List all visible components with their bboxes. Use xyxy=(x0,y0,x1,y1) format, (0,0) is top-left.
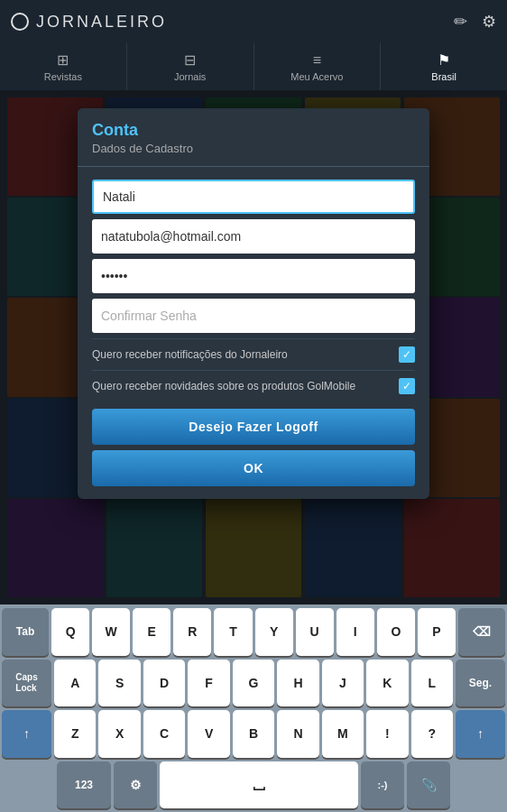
attach-key[interactable]: 📎 xyxy=(407,761,450,809)
j-key[interactable]: J xyxy=(322,660,364,707)
s-key[interactable]: S xyxy=(98,660,140,707)
revistas-label: Revistas xyxy=(44,71,82,82)
ok-button[interactable]: OK xyxy=(92,450,415,486)
w-key[interactable]: W xyxy=(92,608,130,656)
tab-brasil[interactable]: ⚑ Brasil xyxy=(381,43,507,90)
left-shift-key[interactable]: ↑ xyxy=(2,710,51,758)
logoff-button[interactable]: Desejo Fazer Logoff xyxy=(92,409,415,445)
dialog-subtitle: Dados de Cadastro xyxy=(92,142,415,155)
dialog-overlay: Conta Dados de Cadastro Quero receber no… xyxy=(0,90,507,604)
c-key[interactable]: C xyxy=(143,710,185,758)
right-shift-key[interactable]: ↑ xyxy=(456,710,505,758)
news-label: Quero receber novidades sobre os produto… xyxy=(92,380,399,392)
meu-acervo-icon: ≡ xyxy=(313,52,321,69)
space-key[interactable]: ⎵ xyxy=(160,761,358,809)
dialog-title-bar: Conta Dados de Cadastro xyxy=(78,108,429,161)
tab-jornais[interactable]: ⊟ Jornais xyxy=(127,43,254,90)
question-key[interactable]: ? xyxy=(411,710,453,758)
z-key[interactable]: Z xyxy=(54,710,96,758)
brasil-label: Brasil xyxy=(431,71,456,82)
main-content: Conta Dados de Cadastro Quero receber no… xyxy=(0,90,507,604)
account-dialog: Conta Dados de Cadastro Quero receber no… xyxy=(78,108,429,499)
brasil-icon: ⚑ xyxy=(438,51,450,69)
n-key[interactable]: N xyxy=(277,710,318,758)
y-key[interactable]: Y xyxy=(255,608,293,656)
numbers-key[interactable]: 123 xyxy=(57,761,111,809)
caps-lock-key[interactable]: CapsLock xyxy=(2,660,51,707)
nav-tabs: ⊞ Revistas ⊟ Jornais ≡ Meu Acervo ⚑ Bras… xyxy=(0,43,507,90)
k-key[interactable]: K xyxy=(366,660,408,707)
notif-checkbox[interactable]: ✓ xyxy=(399,346,415,363)
settings-key[interactable]: ⚙ xyxy=(114,761,157,809)
u-key[interactable]: U xyxy=(296,608,334,656)
g-key[interactable]: G xyxy=(233,660,274,707)
revistas-icon: ⊞ xyxy=(57,51,69,69)
keyboard-row-1: Tab Q W E R T Y U I O P ⌫ xyxy=(2,608,505,656)
e-key[interactable]: E xyxy=(133,608,171,656)
d-key[interactable]: D xyxy=(143,660,185,707)
app-title: JORNALEIRO xyxy=(11,13,167,32)
jornais-icon: ⊟ xyxy=(184,51,196,69)
app-bar: JORNALEIRO ✏ ⚙ xyxy=(0,0,507,43)
confirm-password-input[interactable] xyxy=(92,299,415,333)
news-checkbox-row: Quero receber novidades sobre os produto… xyxy=(92,370,415,401)
q-key[interactable]: Q xyxy=(51,608,89,656)
a-key[interactable]: A xyxy=(54,660,96,707)
x-key[interactable]: X xyxy=(98,710,140,758)
m-key[interactable]: M xyxy=(322,710,364,758)
news-checkbox[interactable]: ✓ xyxy=(399,378,415,394)
b-key[interactable]: B xyxy=(233,710,274,758)
tab-revistas[interactable]: ⊞ Revistas xyxy=(0,43,127,90)
name-input[interactable] xyxy=(92,180,415,214)
keyboard: Tab Q W E R T Y U I O P ⌫ CapsLock A S D… xyxy=(0,604,507,812)
l-key[interactable]: L xyxy=(411,660,453,707)
meu-acervo-label: Meu Acervo xyxy=(290,71,343,82)
t-key[interactable]: T xyxy=(214,608,252,656)
backspace-key[interactable]: ⌫ xyxy=(458,608,505,656)
keyboard-row-3: ↑ Z X C V B N M ! ? ↑ xyxy=(2,710,505,758)
password-input[interactable] xyxy=(92,259,415,293)
tab-key[interactable]: Tab xyxy=(2,608,49,656)
seg-key[interactable]: Seg. xyxy=(456,660,505,707)
o-key[interactable]: O xyxy=(377,608,415,656)
dialog-body: Quero receber notificações do Jornaleiro… xyxy=(78,172,429,499)
notif-label: Quero receber notificações do Jornaleiro xyxy=(92,348,399,361)
p-key[interactable]: P xyxy=(418,608,456,656)
notif-checkbox-row: Quero receber notificações do Jornaleiro… xyxy=(92,338,415,370)
r-key[interactable]: R xyxy=(173,608,211,656)
h-key[interactable]: H xyxy=(277,660,318,707)
exclamation-key[interactable]: ! xyxy=(366,710,408,758)
smiley-key[interactable]: :-) xyxy=(361,761,404,809)
dialog-divider xyxy=(78,166,429,167)
settings-icon[interactable]: ⚙ xyxy=(482,12,496,32)
tab-meu-acervo[interactable]: ≡ Meu Acervo xyxy=(254,43,382,90)
f-key[interactable]: F xyxy=(188,660,229,707)
v-key[interactable]: V xyxy=(188,710,229,758)
jornais-label: Jornais xyxy=(174,71,206,82)
app-bar-icons: ✏ ⚙ xyxy=(454,12,496,32)
edit-icon[interactable]: ✏ xyxy=(454,12,467,32)
i-key[interactable]: I xyxy=(336,608,374,656)
dialog-title: Conta xyxy=(92,121,415,140)
keyboard-row-4: 123 ⚙ ⎵ :-) 📎 xyxy=(2,761,505,809)
app-logo-circle xyxy=(11,13,29,31)
app-title-text: JORNALEIRO xyxy=(36,13,167,32)
keyboard-row-2: CapsLock A S D F G H J K L Seg. xyxy=(2,660,505,707)
email-input[interactable] xyxy=(92,219,415,254)
